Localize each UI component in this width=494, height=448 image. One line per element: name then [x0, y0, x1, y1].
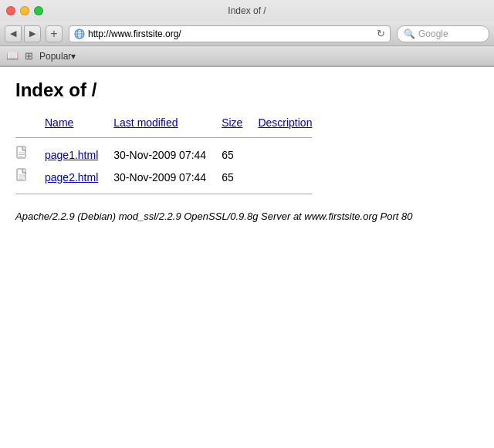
page-title: Index of /: [15, 79, 479, 101]
toolbar: ◀ ▶ + ↻ 🔍 Google: [0, 22, 494, 46]
server-info: Apache/2.2.9 (Debian) mod_ssl/2.2.9 Open…: [15, 209, 479, 224]
desc-sort-link[interactable]: Description: [258, 116, 312, 129]
col-modified-header: Last modified: [113, 113, 222, 132]
file-size-cell: 65: [222, 166, 258, 188]
file-link[interactable]: page1.html: [45, 149, 98, 161]
file-link[interactable]: page2.html: [45, 171, 98, 184]
name-sort-link[interactable]: Name: [45, 116, 73, 129]
table-row: page1.html30-Nov-2009 07:4465: [15, 143, 327, 166]
file-icon: [15, 168, 29, 184]
title-bar: Index of /: [0, 0, 494, 22]
file-icon: [15, 146, 29, 161]
search-icon: 🔍: [404, 29, 415, 39]
globe-icon: [74, 29, 85, 39]
page-content: Index of / Name Last modified Size Descr…: [0, 67, 494, 448]
table-row: page2.html30-Nov-2009 07:4465: [15, 166, 327, 188]
file-description-cell: [258, 166, 327, 188]
footer-separator-row: [15, 188, 327, 200]
header-separator: [15, 137, 312, 138]
window-chrome: Index of / ◀ ▶ + ↻ 🔍 Google 📖 ⊞ Popular▾: [0, 0, 494, 67]
file-icon-cell: [15, 166, 45, 188]
new-tab-button[interactable]: +: [46, 25, 63, 42]
modified-sort-link[interactable]: Last modified: [113, 116, 178, 129]
address-bar[interactable]: ↻: [69, 25, 391, 42]
file-description-cell: [258, 143, 327, 166]
back-button[interactable]: ◀: [5, 25, 22, 42]
file-name-cell: page2.html: [45, 166, 113, 188]
forward-button[interactable]: ▶: [24, 25, 41, 42]
search-bar[interactable]: 🔍 Google: [397, 25, 489, 42]
file-icon-cell: [15, 143, 45, 166]
col-icon-header: [15, 113, 45, 132]
col-size-header: Size: [222, 113, 258, 132]
file-modified-cell: 30-Nov-2009 07:44: [113, 143, 222, 166]
refresh-button[interactable]: ↻: [377, 28, 385, 39]
file-size-cell: 65: [222, 143, 258, 166]
col-desc-header: Description: [258, 113, 327, 132]
col-name-header: Name: [45, 113, 113, 132]
file-name-cell: page1.html: [45, 143, 113, 166]
maximize-button[interactable]: [34, 6, 43, 15]
close-button[interactable]: [6, 6, 15, 15]
file-modified-cell: 30-Nov-2009 07:44: [113, 166, 222, 188]
footer-separator: [15, 194, 312, 194]
bookmarks-bar: 📖 ⊞ Popular▾: [0, 46, 494, 66]
size-sort-link[interactable]: Size: [222, 116, 242, 129]
table-header-row: Name Last modified Size Description: [15, 113, 327, 132]
directory-table: Name Last modified Size Description page…: [15, 113, 327, 200]
popular-button[interactable]: Popular▾: [39, 51, 76, 62]
bookmarks-icon[interactable]: 📖: [6, 50, 19, 62]
traffic-lights: [6, 6, 43, 15]
separator-row: [15, 132, 327, 143]
search-placeholder: Google: [418, 29, 448, 39]
minimize-button[interactable]: [20, 6, 29, 15]
address-input[interactable]: [88, 29, 374, 39]
window-title: Index of /: [228, 5, 266, 16]
grid-icon[interactable]: ⊞: [25, 50, 33, 62]
